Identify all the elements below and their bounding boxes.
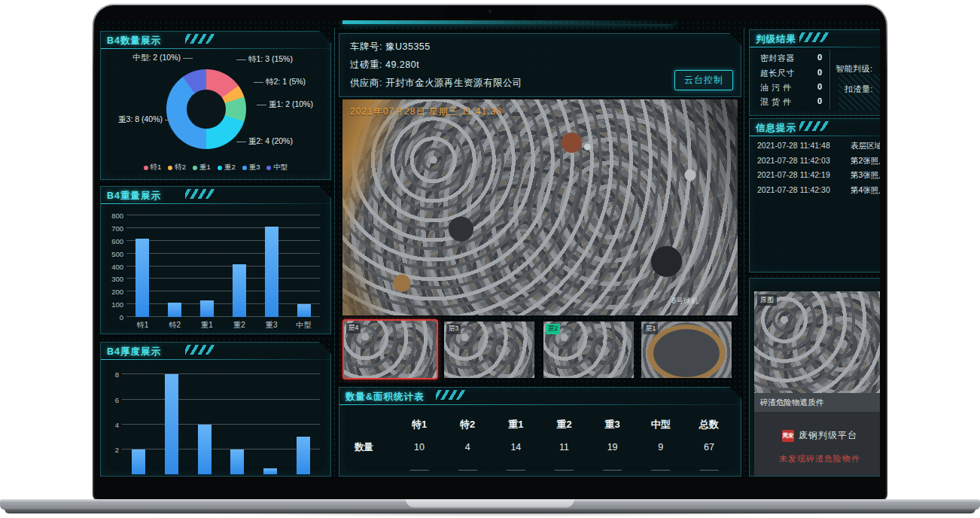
origin-tag: 原图 <box>757 294 777 306</box>
axis-category-label: 特1 <box>126 320 159 331</box>
grid-line <box>122 399 320 400</box>
ptz-control-button[interactable]: 云台控制 <box>674 70 733 90</box>
grid-line <box>122 373 320 374</box>
message-row: 2021-07-28 11:42:19第3张照片表层 <box>757 168 880 183</box>
weight-bar-chart: 0100200300400500600700800特1特2重1重2重3中型 <box>126 215 320 317</box>
header-decoration-icon <box>185 34 217 44</box>
weight-panel: B4重量展示 0100200300400500600700800特1特2重1重2… <box>100 186 331 334</box>
legend-dot-icon <box>266 166 271 170</box>
plate-value: 豫U35355 <box>385 41 431 52</box>
grading-field-value: 0 <box>817 82 822 91</box>
no-danger-alert: 未发现碎渣危险物件 <box>754 453 880 465</box>
table-cell: 10 <box>395 436 443 459</box>
plate-row: 车牌号: 豫U35355 <box>350 41 431 53</box>
supplier-label: 供应商: <box>350 78 382 88</box>
table-header-cell <box>347 413 395 436</box>
table-row-label <box>347 459 395 477</box>
axis-tick-label: 600 <box>104 237 123 245</box>
panel-title: 数量&面积统计表 <box>345 391 425 404</box>
bar <box>297 304 311 317</box>
table-cell-cropped: —— <box>589 459 637 477</box>
quantity-donut-chart <box>166 69 246 149</box>
table-cell-cropped: —— <box>443 459 492 477</box>
origin-image-panel: 原图 碎渣危险物遮质件 周发 废钢判级平台 未发现碎渣危险物件 <box>749 278 880 477</box>
grading-field-value: 0 <box>817 68 822 77</box>
axis-tick-label: 700 <box>104 224 123 233</box>
grid-line <box>126 266 320 267</box>
axis-category-label: 特2 <box>158 320 191 331</box>
grid-line <box>126 291 320 291</box>
bar <box>168 303 181 317</box>
axis-tick-label: 4 <box>100 421 119 429</box>
table-cell-cropped: —— <box>685 459 733 477</box>
axis-tick-label: 100 <box>104 300 123 309</box>
main-camera-image[interactable]: 2021年07月28日 星期三 11:41:38 8号球机 <box>342 99 738 315</box>
table-cell-cropped: —— <box>492 459 540 477</box>
bar <box>265 227 278 317</box>
legend-label: 中型 <box>273 163 288 172</box>
table-cell: 19 <box>589 436 637 459</box>
table-cell-cropped: —— <box>395 459 443 477</box>
panel-title: B4厚度展示 <box>107 346 161 358</box>
origin-caption: 碎渣危险物遮质件 <box>754 393 880 412</box>
axis-tick-label: 2 <box>100 446 119 454</box>
panel-header: B4重量展示 <box>101 187 330 203</box>
camera-watermark: 8号球机 <box>671 296 698 306</box>
message-time: 2021-07-28 11:42:30 <box>757 183 846 198</box>
legend-item: 特1 <box>144 163 162 172</box>
table-header-cell: 特1 <box>395 413 443 436</box>
grid-line <box>126 303 320 304</box>
axis-category-label: 中型 <box>288 320 321 331</box>
header-underline <box>101 48 330 49</box>
table-header-cell: 中型 <box>637 413 685 436</box>
grading-field-label: 超长尺寸 <box>760 68 795 79</box>
thumbnail-badge: 层2 <box>546 324 560 334</box>
message-text: 第2张照片表层 <box>851 154 880 169</box>
legend-label: 特2 <box>175 163 186 172</box>
pie-callout: 重2: 4 (20%) <box>248 136 293 147</box>
bar <box>200 300 214 317</box>
grading-divider <box>829 50 830 109</box>
platform-name: 废钢判级平台 <box>799 429 857 442</box>
table-header-cell: 特2 <box>443 413 492 436</box>
panel-title: 判级结果 <box>756 33 796 46</box>
legend-label: 重1 <box>199 163 211 172</box>
pie-callout: 重1: 2 (10%) <box>269 99 313 110</box>
origin-image[interactable]: 原图 <box>754 291 880 393</box>
quantity-panel: B4数量展示 特1: 3 (15%) 特2: 1 (5%) 重1: 2 (10%… <box>100 31 331 180</box>
legend-item: 重3 <box>242 163 260 172</box>
grading-field-value: 0 <box>817 96 822 105</box>
legend-dot-icon <box>193 166 197 170</box>
axis-tick-label: 0 <box>104 313 123 321</box>
bar <box>297 437 310 474</box>
donut-legend: 特1特2重1重2重3中型 <box>101 163 330 172</box>
supplier-value: 开封市金火源再生资源有限公司 <box>385 78 522 88</box>
grading-panel: 判级结果 密封容器 0 超长尺寸 0 油 污 件 0 混 货 件 0 智能判级:… <box>749 29 880 116</box>
info-panel: 信息提示 2021-07-28 11:41:48表层区域计算成2021-07-2… <box>749 118 880 273</box>
panel-title: B4数量展示 <box>107 35 161 47</box>
header-underline <box>750 47 880 47</box>
brand-logo-icon: 周发 <box>782 430 794 442</box>
thumbnail-layer2[interactable]: 层2 <box>543 321 634 378</box>
bar <box>135 239 149 317</box>
webcam-icon <box>488 10 492 13</box>
thumbnail-layer1[interactable]: 层1 <box>641 321 732 378</box>
hatch-decoration <box>838 74 880 111</box>
panel-header: 信息提示 <box>750 119 880 136</box>
donut-hole <box>187 90 226 129</box>
axis-tick-label: 300 <box>104 275 123 283</box>
supplier-row: 供应商: 开封市金火源再生资源有限公司 <box>350 77 522 90</box>
table-cell: 67 <box>685 436 733 459</box>
column-divider <box>744 28 744 477</box>
thumbnail-layer3[interactable]: 层3 <box>444 321 534 378</box>
grading-field-value: 0 <box>817 53 822 62</box>
axis-tick-label: 400 <box>104 263 123 271</box>
thumbnail-layer4[interactable]: 层4 <box>342 319 438 379</box>
grading-field-label: 油 污 件 <box>760 82 792 93</box>
legend-dot-icon <box>218 166 222 170</box>
grid-line <box>126 316 320 317</box>
message-list: 2021-07-28 11:41:48表层区域计算成2021-07-28 11:… <box>757 139 880 197</box>
legend-item: 重1 <box>193 163 211 172</box>
legend-item: 重2 <box>218 163 236 172</box>
axis-tick-label: 200 <box>104 288 123 296</box>
